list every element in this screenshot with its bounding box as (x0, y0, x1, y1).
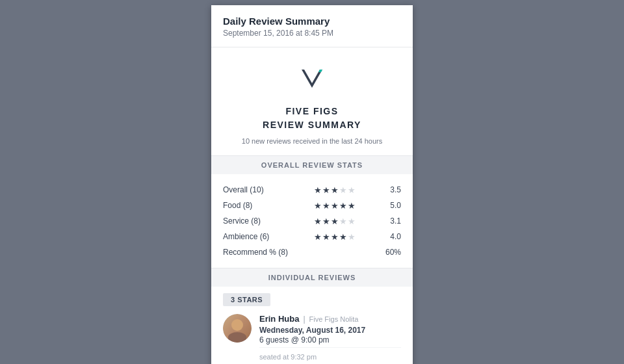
stat-label-recommend: Recommend % (8) (223, 248, 294, 257)
star-4: ★ (339, 186, 347, 194)
star-2: ★ (322, 186, 330, 194)
stat-value-ambience: 4.0 (375, 232, 401, 241)
stat-value-recommend: 60% (375, 248, 401, 257)
stat-stars-food: ★ ★ ★ ★ ★ (294, 202, 375, 210)
avatar-image (223, 314, 252, 343)
stat-row-recommend: Recommend % (8) 60% (223, 244, 401, 260)
stat-value-food: 5.0 (375, 201, 401, 210)
stat-value-service: 3.1 (375, 216, 401, 226)
reviewer-avatar (223, 314, 252, 343)
email-header: Daily Review Summary September 15, 2016 … (211, 5, 413, 47)
stat-label-overall: Overall (10) (223, 185, 294, 194)
review-seated: seated at 9:32 pm (259, 347, 401, 361)
brand-logo-icon (296, 63, 328, 94)
stat-row-food: Food (8) ★ ★ ★ ★ ★ 5.0 (223, 198, 401, 213)
stat-stars-overall: ★ ★ ★ ★ ★ (294, 186, 375, 194)
star-1: ★ (314, 202, 322, 210)
star-5: ★ (348, 233, 356, 241)
overall-stats-header: OVERALL REVIEW STATS (211, 156, 413, 174)
stat-label-ambience: Ambience (6) (223, 232, 294, 241)
star-3: ★ (331, 233, 339, 241)
logo-section: FIVE FIGS REVIEW SUMMARY 10 new reviews … (211, 47, 413, 156)
star-5: ★ (348, 217, 356, 226)
restaurant-name: FIVE FIGS REVIEW SUMMARY (263, 105, 361, 132)
star-2: ★ (322, 202, 330, 210)
reviewer-location: Five Figs Nolita (309, 315, 359, 323)
stat-stars-ambience: ★ ★ ★ ★ ★ (294, 233, 375, 241)
individual-reviews-header: INDIVIDUAL REVIEWS (211, 268, 413, 287)
review-date: Wednesday, August 16, 2017 (259, 326, 401, 335)
reviewer-name: Erin Huba (259, 314, 299, 324)
star-4: ★ (339, 233, 347, 241)
stats-section: Overall (10) ★ ★ ★ ★ ★ 3.5 Food (8) ★ ★ … (211, 174, 413, 268)
star-4: ★ (339, 202, 347, 210)
stat-stars-service: ★ ★ ★ ★ ★ (294, 217, 375, 226)
reviewer-info: Erin Huba | Five Figs Nolita Wednesday, … (259, 314, 401, 361)
star-5: ★ (348, 186, 356, 194)
email-title: Daily Review Summary (223, 16, 401, 27)
stat-label-food: Food (8) (223, 201, 294, 210)
separator: | (303, 315, 305, 324)
star-3: ★ (331, 202, 339, 210)
stat-row-overall: Overall (10) ★ ★ ★ ★ ★ 3.5 (223, 182, 401, 198)
star-1: ★ (314, 186, 322, 194)
review-guests: 6 guests @ 9:00 pm (259, 335, 401, 344)
reviewer-name-line: Erin Huba | Five Figs Nolita (259, 314, 401, 324)
stars-badge: 3 STARS (223, 293, 270, 306)
email-container: Daily Review Summary September 15, 2016 … (211, 5, 413, 364)
reviews-section: INDIVIDUAL REVIEWS 3 STARS Erin Huba | F… (211, 268, 413, 364)
review-card: Erin Huba | Five Figs Nolita Wednesday, … (211, 311, 413, 364)
star-3: ★ (331, 186, 339, 194)
stat-label-service: Service (8) (223, 216, 294, 226)
star-3: ★ (331, 217, 339, 226)
star-5: ★ (348, 202, 356, 210)
star-2: ★ (322, 233, 330, 241)
star-1: ★ (314, 233, 322, 241)
email-date: September 15, 2016 at 8:45 PM (223, 29, 401, 38)
svg-marker-0 (302, 70, 322, 88)
stat-value-overall: 3.5 (375, 185, 401, 194)
star-1: ★ (314, 217, 322, 226)
stat-row-service: Service (8) ★ ★ ★ ★ ★ 3.1 (223, 213, 401, 229)
star-2: ★ (322, 217, 330, 226)
star-4: ★ (339, 217, 347, 226)
stat-row-ambience: Ambience (6) ★ ★ ★ ★ ★ 4.0 (223, 229, 401, 244)
review-count-subtitle: 10 new reviews received in the last 24 h… (242, 137, 382, 145)
